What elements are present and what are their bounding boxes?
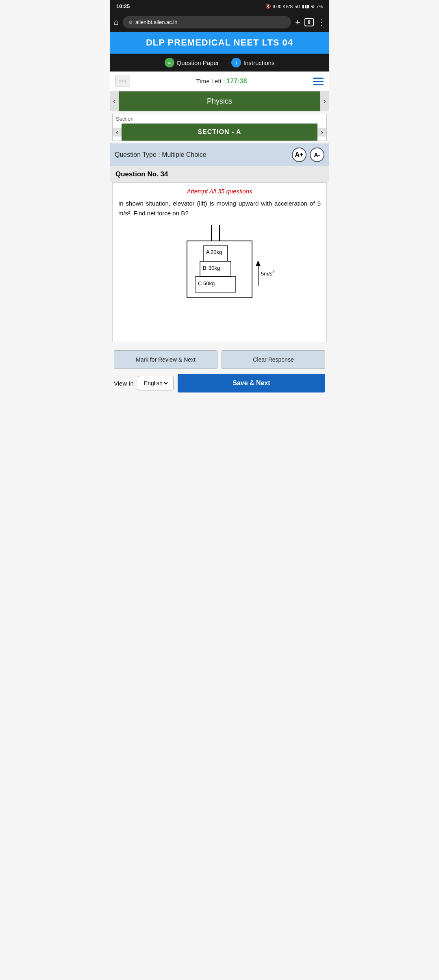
hamburger-menu[interactable] [313,78,324,85]
font-increase-button[interactable]: A+ [292,147,306,162]
browser-actions: + 8 ⋮ [295,17,325,28]
question-number-bar: Question No. 34 [110,166,329,182]
question-type-row: Question Type : Multiple Choice A+ A- [110,143,329,166]
svg-text:50kg: 50kg [203,280,215,286]
clear-response-button[interactable]: Clear Response [222,350,325,369]
hamburger-line-1 [313,78,324,79]
svg-text:5m/s: 5m/s [261,271,273,277]
bottom-section: Mark for Review & Next Clear Response Vi… [110,345,329,398]
save-next-button[interactable]: Save & Next [178,374,325,392]
menu-icon[interactable]: ⋮ [318,18,325,27]
connection-type: 5G [294,4,300,9]
font-decrease-button[interactable]: A- [310,147,324,162]
bottom-btn-row-1: Mark for Review & Next Clear Response [114,350,325,369]
language-dropdown[interactable]: English Hindi [142,379,169,387]
section-row: ‹ SECTION - A › [113,124,326,141]
instructions-icon: i [231,58,241,67]
browser-bar: ⌂ ⚙ allenibt.allen.ac.in + 8 ⋮ [110,13,329,32]
logo-placeholder: IMG [115,76,130,87]
svg-text:B: B [203,265,206,271]
question-paper-icon: ≡ [165,58,174,67]
status-icons: 🔇 9.00 KB/S 5G ▮▮▮ ⊕ 7% [265,4,323,9]
mark-review-button[interactable]: Mark for Review & Next [114,350,217,369]
section-tab[interactable]: SECTION - A [122,124,317,141]
bottom-btn-row-2: View In English Hindi Save & Next [114,374,325,392]
nav-bar: ≡ Question Paper i Instructions [110,54,329,72]
svg-text:2: 2 [272,269,275,274]
font-size-buttons: A+ A- [292,147,324,162]
tab-count[interactable]: 8 [304,18,314,26]
section-next-arrow[interactable]: › [317,128,326,137]
timer-container: Time Left : 177:38 [196,78,247,85]
timer-row: IMG Time Left : 177:38 [110,72,329,91]
signal-icon: ▮▮▮ [302,4,309,9]
question-paper-label: Question Paper [177,59,219,66]
instructions-label: Instructions [243,59,275,66]
subject-tab[interactable]: Physics [119,91,320,111]
timer-value: 177:38 [226,78,247,85]
svg-text:30kg: 30kg [209,265,220,271]
timer-label: Time Left : [196,78,225,85]
battery-icon: ⊕ [311,4,315,9]
svg-text:A: A [206,249,210,255]
section-container: Section ‹ SECTION - A › [112,114,327,141]
subject-row: ‹ Physics › [110,91,329,111]
question-text: In shown situation, elevator (lift) is m… [118,199,321,218]
url-lock-icon: ⚙ [128,20,133,25]
url-text: allenibt.allen.ac.in [135,19,177,25]
diagram-container: A 20kg B 30kg C 50kg 5m/s 2 [118,218,321,337]
instructions-nav[interactable]: i Instructions [231,58,275,67]
battery-percent: 7% [316,4,323,9]
svg-marker-13 [256,260,261,266]
new-tab-icon[interactable]: + [295,17,300,28]
section-prev-arrow[interactable]: ‹ [113,128,122,137]
app-header: DLP PREMEDICAL NEET LTS 04 [110,32,329,54]
section-label: Section [113,114,326,124]
hamburger-line-2 [313,81,324,82]
status-time: 10:25 [116,3,130,9]
subject-prev-arrow[interactable]: ‹ [110,97,119,106]
question-type-label: Question Type : Multiple Choice [115,151,206,158]
question-paper-nav[interactable]: ≡ Question Paper [165,58,219,67]
home-icon[interactable]: ⌂ [114,17,119,27]
question-content: Attempt All 35 questions In shown situat… [112,182,327,342]
status-bar: 10:25 🔇 9.00 KB/S 5G ▮▮▮ ⊕ 7% [110,0,329,13]
attempt-all-text: Attempt All 35 questions [118,188,321,195]
svg-text:20kg: 20kg [211,249,222,255]
mute-icon: 🔇 [265,4,271,9]
subject-next-arrow[interactable]: › [320,97,329,106]
question-diagram: A 20kg B 30kg C 50kg 5m/s 2 [163,225,276,330]
view-in-label: View In [114,380,134,387]
question-number: Question No. 34 [115,170,168,178]
svg-text:C: C [198,280,202,286]
language-selector[interactable]: English Hindi [138,376,174,390]
network-speed: 9.00 KB/S [273,4,293,9]
url-bar[interactable]: ⚙ allenibt.allen.ac.in [123,16,291,28]
app-title: DLP PREMEDICAL NEET LTS 04 [114,37,325,48]
hamburger-line-3 [313,84,324,85]
